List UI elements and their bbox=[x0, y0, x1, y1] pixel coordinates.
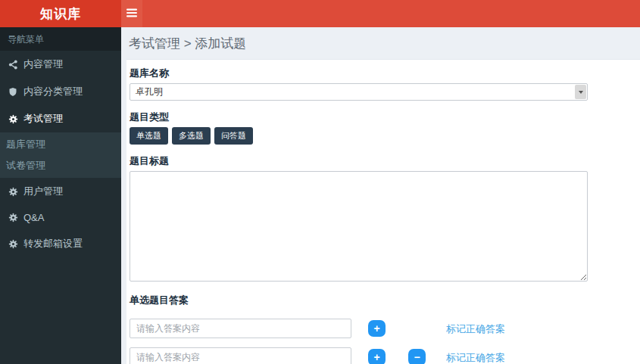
sidebar-item-exam-management[interactable]: 考试管理 bbox=[0, 105, 121, 132]
gear-icon bbox=[8, 213, 18, 222]
sidebar-item-label: Q&A bbox=[23, 212, 44, 223]
sidebar-subitem-test-paper-management[interactable]: 试卷管理 bbox=[0, 155, 121, 176]
gear-icon bbox=[8, 114, 18, 124]
question-title-textarea[interactable] bbox=[130, 171, 588, 282]
sidebar-submenu-exam: 题库管理 试卷管理 bbox=[0, 132, 121, 178]
sidebar-item-content-management[interactable]: 内容管理 bbox=[0, 51, 121, 78]
sidebar-toggle-button[interactable] bbox=[121, 0, 142, 27]
sidebar-subitem-question-bank-management[interactable]: 题库管理 bbox=[0, 134, 121, 155]
question-bank-label: 题库名称 bbox=[130, 67, 632, 80]
mark-correct-answer-link[interactable]: 标记正确答案 bbox=[446, 351, 505, 364]
sidebar-item-qa[interactable]: Q&A bbox=[0, 205, 121, 230]
sidebar-item-label: 用户管理 bbox=[23, 185, 63, 198]
breadcrumb: 考试管理 > 添加试题 bbox=[121, 27, 640, 59]
answer-row: + − 标记正确答案 bbox=[130, 347, 629, 364]
top-header: 知识库 bbox=[0, 0, 640, 27]
answer-input[interactable] bbox=[130, 319, 351, 338]
gear-icon bbox=[8, 239, 18, 249]
share-icon bbox=[8, 60, 18, 70]
sidebar-item-label: 转发邮箱设置 bbox=[23, 237, 83, 250]
type-multiple-choice-button[interactable]: 多选题 bbox=[172, 127, 211, 145]
answer-input[interactable] bbox=[130, 347, 351, 364]
sidebar-section-label: 导航菜单 bbox=[0, 27, 121, 51]
hamburger-icon bbox=[126, 8, 137, 20]
add-answer-button[interactable]: + bbox=[368, 349, 386, 364]
question-type-label: 题目类型 bbox=[130, 110, 632, 124]
shield-icon bbox=[8, 87, 18, 97]
type-single-choice-button[interactable]: 单选题 bbox=[130, 127, 168, 145]
question-title-label: 题目标题 bbox=[130, 154, 632, 168]
chevron-down-icon[interactable] bbox=[575, 85, 586, 99]
sidebar-item-label: 内容管理 bbox=[23, 58, 63, 71]
gear-icon bbox=[8, 187, 18, 197]
top-navbar bbox=[121, 0, 640, 27]
remove-answer-button[interactable]: − bbox=[408, 349, 426, 364]
sidebar: 导航菜单 内容管理 内容分类管理 bbox=[0, 27, 121, 364]
sidebar-item-label: 考试管理 bbox=[23, 112, 63, 126]
add-question-form: 题库名称 卓孔明 题目类型 单选题 多选题 问答题 题目标题 单选题目答案 + … bbox=[126, 59, 640, 364]
sidebar-item-user-management[interactable]: 用户管理 bbox=[0, 178, 121, 205]
content-area: 考试管理 > 添加试题 题库名称 卓孔明 题目类型 单选题 多选题 问答题 题目… bbox=[121, 27, 640, 364]
single-choice-answers-label: 单选题目答案 bbox=[130, 294, 632, 307]
type-essay-button[interactable]: 问答题 bbox=[214, 127, 253, 145]
sidebar-item-content-category-management[interactable]: 内容分类管理 bbox=[0, 78, 121, 105]
question-bank-select[interactable]: 卓孔明 bbox=[130, 83, 588, 101]
add-answer-button[interactable]: + bbox=[368, 320, 386, 337]
question-bank-selected-value: 卓孔明 bbox=[136, 86, 163, 98]
question-type-buttons: 单选题 多选题 问答题 bbox=[130, 127, 632, 145]
sidebar-item-forward-mailbox-settings[interactable]: 转发邮箱设置 bbox=[0, 230, 121, 257]
sidebar-item-label: 内容分类管理 bbox=[23, 85, 83, 98]
answer-row: + 标记正确答案 bbox=[130, 319, 629, 338]
answers-list: + 标记正确答案 + − 标记正确答案 + − 标记正确答案 bbox=[130, 319, 632, 364]
brand-logo[interactable]: 知识库 bbox=[0, 0, 121, 27]
mark-correct-answer-link[interactable]: 标记正确答案 bbox=[446, 322, 505, 336]
